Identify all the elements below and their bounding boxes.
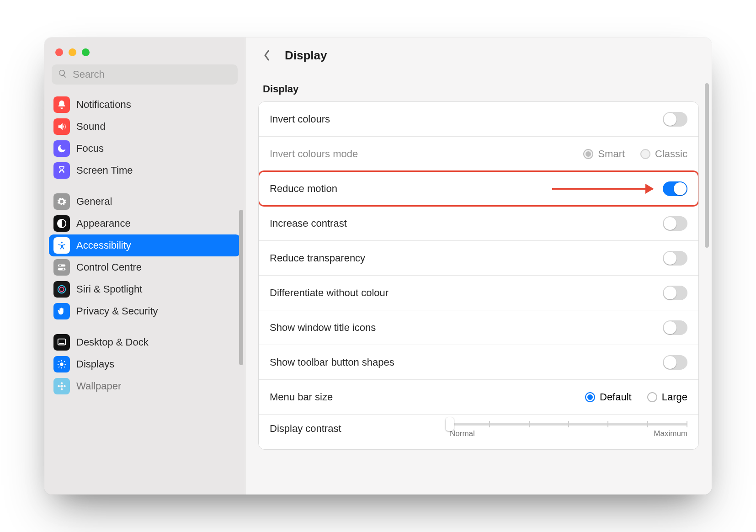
- toggle-differentiate-colour[interactable]: [663, 286, 687, 300]
- row-invert-colours: Invert colours: [259, 102, 698, 137]
- radio-circle-icon: [583, 149, 593, 159]
- sidebar-scrollbar[interactable]: [239, 210, 243, 365]
- svg-point-5: [63, 268, 64, 270]
- back-button[interactable]: [259, 48, 275, 63]
- radio-group-menu-bar-size: Default Large: [585, 391, 687, 403]
- accessibility-icon: [53, 237, 70, 254]
- sidebar-item-label: Accessibility: [76, 239, 131, 251]
- sidebar-item-control-centre[interactable]: Control Centre: [49, 256, 240, 278]
- radio-circle-icon: [640, 149, 650, 159]
- row-menu-bar-size: Menu bar size Default Large: [259, 380, 698, 415]
- svg-point-19: [60, 385, 63, 388]
- window-controls: [44, 37, 245, 64]
- sidebar-item-wallpaper[interactable]: Wallpaper: [49, 375, 240, 397]
- sidebar-item-label: General: [76, 196, 112, 207]
- sidebar-item-focus[interactable]: Focus: [49, 138, 240, 160]
- sidebar-item-notifications[interactable]: Notifications: [49, 94, 240, 116]
- hourglass-icon: [53, 162, 70, 179]
- sidebar-item-label: Wallpaper: [76, 380, 121, 392]
- row-label: Invert colours: [270, 113, 330, 125]
- row-differentiate-without-colour: Differentiate without colour: [259, 276, 698, 310]
- row-label: Show window title icons: [270, 322, 376, 334]
- sidebar-item-displays[interactable]: Displays: [49, 353, 240, 375]
- search-input[interactable]: [72, 68, 231, 81]
- sidebar-item-privacy-security[interactable]: Privacy & Security: [49, 300, 240, 322]
- svg-point-23: [64, 385, 66, 388]
- dock-icon: [53, 334, 70, 351]
- flower-icon: [53, 378, 70, 394]
- sidebar-item-siri-spotlight[interactable]: Siri & Spotlight: [49, 278, 240, 300]
- radio-default[interactable]: Default: [585, 391, 632, 403]
- sidebar-item-label: Siri & Spotlight: [76, 283, 142, 295]
- sidebar-item-label: Desktop & Dock: [76, 336, 149, 348]
- switches-icon: [53, 259, 70, 276]
- callout-arrow-icon: [552, 188, 653, 190]
- radio-group-invert-mode: Smart Classic: [583, 148, 687, 160]
- radio-large[interactable]: Large: [647, 391, 687, 403]
- sidebar-item-label: Notifications: [76, 99, 131, 111]
- svg-rect-9: [59, 343, 64, 344]
- toggle-increase-contrast[interactable]: [663, 216, 687, 231]
- sidebar-item-label: Sound: [76, 121, 106, 133]
- svg-point-7: [59, 287, 64, 291]
- search-icon: [58, 69, 67, 80]
- sidebar-item-general[interactable]: General: [49, 191, 240, 213]
- minimize-window-button[interactable]: [69, 48, 76, 56]
- row-label: Differentiate without colour: [270, 287, 389, 299]
- system-settings-window: Notifications Sound Focus: [44, 37, 712, 495]
- row-label: Increase contrast: [270, 218, 347, 229]
- content-scrollbar[interactable]: [705, 83, 709, 248]
- search-field[interactable]: [52, 64, 238, 85]
- page-title: Display: [285, 48, 327, 63]
- radio-classic: Classic: [640, 148, 687, 160]
- sidebar-item-label: Privacy & Security: [76, 305, 158, 317]
- radio-circle-icon: [585, 392, 595, 402]
- radio-label: Classic: [655, 148, 687, 160]
- svg-rect-3: [58, 268, 66, 271]
- sidebar-item-screen-time[interactable]: Screen Time: [49, 160, 240, 181]
- row-show-toolbar-button-shapes: Show toolbar button shapes: [259, 345, 698, 380]
- sidebar-item-appearance[interactable]: Appearance: [49, 213, 240, 234]
- slider-thumb[interactable]: [446, 417, 454, 431]
- zoom-window-button[interactable]: [82, 48, 90, 56]
- svg-line-17: [59, 367, 59, 367]
- contrast-icon: [53, 215, 70, 232]
- svg-line-16: [64, 367, 65, 367]
- row-show-window-title-icons: Show window title icons: [259, 310, 698, 345]
- svg-point-20: [61, 382, 63, 384]
- toggle-toolbar-button-shapes[interactable]: [663, 355, 687, 370]
- row-label: Show toolbar button shapes: [270, 356, 394, 368]
- toggle-reduce-transparency[interactable]: [663, 251, 687, 266]
- svg-point-10: [60, 362, 63, 366]
- sidebar-list: Notifications Sound Focus: [44, 91, 245, 397]
- toggle-reduce-motion[interactable]: [663, 181, 687, 196]
- sidebar-item-label: Displays: [76, 358, 114, 370]
- row-invert-colours-mode: Invert colours mode Smart Classic: [259, 137, 698, 171]
- slider-display-contrast[interactable]: Normal Maximum: [450, 423, 687, 438]
- sun-icon: [53, 356, 70, 372]
- row-label: Reduce motion: [270, 183, 337, 195]
- toggle-invert-colours[interactable]: [663, 112, 687, 127]
- sidebar-item-accessibility[interactable]: Accessibility: [49, 234, 240, 256]
- row-label: Menu bar size: [270, 391, 333, 403]
- sidebar-item-label: Focus: [76, 143, 104, 154]
- toggle-window-title-icons[interactable]: [663, 320, 687, 335]
- sidebar-item-label: Control Centre: [76, 261, 142, 273]
- svg-point-6: [58, 286, 66, 293]
- content-header: Display: [245, 37, 712, 68]
- sidebar-item-desktop-dock[interactable]: Desktop & Dock: [49, 331, 240, 353]
- close-window-button[interactable]: [55, 48, 63, 56]
- display-settings-card: Invert colours Invert colours mode Smart…: [258, 101, 699, 450]
- row-label: Reduce transparency: [270, 252, 365, 264]
- siri-icon: [53, 281, 70, 298]
- radio-label: Default: [600, 391, 632, 403]
- slider-max-label: Maximum: [654, 429, 687, 438]
- radio-circle-icon: [647, 392, 657, 402]
- svg-point-22: [58, 385, 60, 388]
- radio-label: Smart: [598, 148, 625, 160]
- sidebar: Notifications Sound Focus: [44, 37, 245, 495]
- sidebar-item-sound[interactable]: Sound: [49, 116, 240, 138]
- hand-icon: [53, 303, 70, 319]
- content-panel: Display Display Invert colours Invert co…: [245, 37, 712, 495]
- row-label: Display contrast: [270, 423, 341, 435]
